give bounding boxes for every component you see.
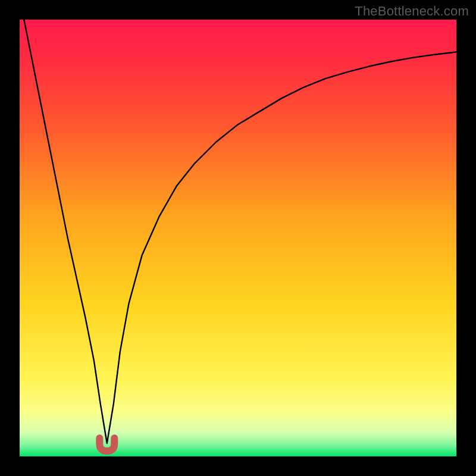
plot-area — [20, 20, 456, 456]
gradient-background — [20, 20, 456, 456]
watermark-text: TheBottleneck.com — [355, 4, 469, 19]
chart-frame: TheBottleneck.com — [0, 0, 476, 476]
chart-svg — [20, 20, 456, 456]
